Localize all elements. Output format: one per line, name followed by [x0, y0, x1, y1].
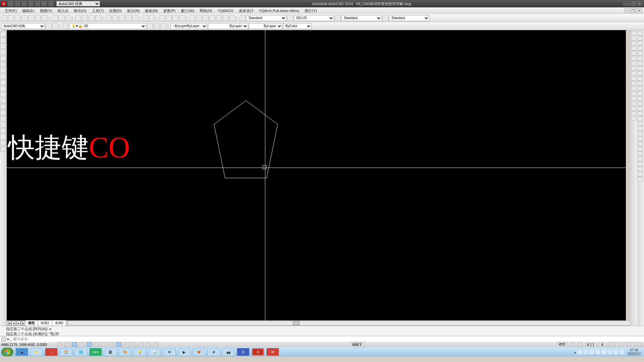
doc-restore-button[interactable]: ❐	[631, 8, 636, 13]
tray-ime-icon[interactable]	[613, 350, 618, 354]
ex-10-icon[interactable]	[638, 76, 643, 81]
mleader-style-icon[interactable]	[382, 15, 388, 21]
make-block-icon[interactable]	[0, 104, 6, 109]
task-app-8[interactable]: ⚙	[207, 348, 220, 356]
osnap-toggle[interactable]	[87, 342, 92, 347]
open-icon[interactable]	[8, 15, 14, 21]
addselected-icon[interactable]	[0, 146, 6, 152]
copy-obj-icon[interactable]	[631, 36, 636, 41]
tab-prev-button[interactable]: ◂	[11, 321, 16, 325]
task-netease[interactable]: ♪	[45, 348, 58, 356]
layer-state-icon[interactable]	[147, 23, 153, 29]
close-button[interactable]: ✕	[637, 1, 643, 6]
table-style-selector[interactable]: Standard	[341, 15, 382, 21]
ex-16-icon[interactable]	[638, 106, 643, 111]
vertical-scrollbar[interactable]	[626, 30, 631, 320]
dyn-toggle[interactable]	[116, 342, 121, 347]
menu-format[interactable]: 格式(O)	[71, 8, 89, 13]
task-app-9[interactable]: 📷	[222, 348, 235, 356]
folder-icon[interactable]	[52, 15, 58, 21]
tray-volume-icon[interactable]	[607, 350, 612, 354]
blend-icon[interactable]	[631, 111, 636, 116]
task-app-4[interactable]: 💡	[133, 348, 146, 356]
help-icon[interactable]	[229, 15, 235, 21]
ex-06-icon[interactable]	[638, 56, 643, 61]
lineweight-selector[interactable]: ByLayer	[249, 23, 282, 29]
tray-icon-3[interactable]	[589, 350, 594, 354]
task-app-1[interactable]: ☁	[15, 348, 28, 356]
ex-25-icon[interactable]	[638, 152, 643, 156]
plot-icon[interactable]	[75, 15, 81, 21]
start-button[interactable]	[1, 348, 13, 356]
hatch-icon[interactable]	[0, 116, 6, 121]
ex-22-icon[interactable]	[638, 136, 643, 141]
tab-layout1[interactable]: 布局1	[38, 320, 52, 326]
menu-view[interactable]: 视图(V)	[37, 8, 55, 13]
tab-layout2[interactable]: 布局2	[52, 320, 67, 326]
ex-02-icon[interactable]	[638, 36, 643, 41]
layer-selector[interactable]: 💡❄🔓▫ 00	[69, 23, 146, 29]
join-icon[interactable]	[631, 96, 636, 101]
snap-toggle[interactable]	[57, 342, 62, 347]
new-icon[interactable]	[1, 15, 7, 21]
qat-open-icon[interactable]	[15, 1, 20, 6]
ex-28-icon[interactable]	[638, 167, 643, 171]
polar-toggle[interactable]	[79, 342, 85, 347]
line-icon[interactable]	[0, 32, 6, 37]
tray-icon-1[interactable]	[577, 350, 582, 354]
ex-11-icon[interactable]	[638, 81, 643, 86]
zoom-rt-icon[interactable]	[166, 15, 172, 21]
doc-close-button[interactable]: ✕	[637, 8, 642, 13]
menu-modify[interactable]: 修改(M)	[142, 8, 161, 13]
command-line-icon[interactable]	[216, 15, 222, 21]
menu-yqarch[interactable]: YQARCH	[215, 9, 236, 13]
ex-13-icon[interactable]	[638, 91, 643, 96]
tab-model[interactable]: 模型	[25, 320, 38, 326]
fillet-icon[interactable]	[631, 106, 636, 111]
gradient-icon[interactable]	[0, 122, 6, 127]
tray-flag-icon[interactable]	[620, 350, 624, 354]
tab-first-button[interactable]: |◂	[7, 321, 11, 325]
task-firefox[interactable]: 🦊	[193, 348, 205, 356]
task-explorer[interactable]: 📁	[30, 348, 43, 356]
menu-help[interactable]: 帮助(H)	[197, 8, 215, 13]
ellipse-arc-icon[interactable]	[0, 92, 6, 97]
menu-dimension[interactable]: 标注(N)	[124, 8, 142, 13]
sheet-set-icon[interactable]	[196, 15, 202, 21]
command-prompt-icon[interactable]	[1, 337, 6, 342]
workspace-selector[interactable]: AutoCAD 经典	[56, 1, 100, 6]
print-icon[interactable]	[21, 15, 28, 21]
tab-last-button[interactable]: ▸|	[21, 321, 25, 325]
ex-17-icon[interactable]	[638, 111, 643, 116]
menu-file[interactable]: 文件(F)	[2, 8, 19, 13]
sheet-icon[interactable]	[95, 15, 101, 21]
cut-icon[interactable]	[105, 15, 111, 21]
ex-15-icon[interactable]	[638, 101, 643, 106]
extend-icon[interactable]	[631, 81, 636, 86]
tpy-toggle[interactable]	[131, 342, 136, 347]
point-icon[interactable]	[0, 110, 6, 115]
taskbar-clock[interactable]: 07:38 2023/1/7	[626, 348, 643, 356]
tray-network-icon[interactable]	[601, 350, 606, 354]
menu-parametric[interactable]: 参数(P)	[161, 8, 178, 13]
task-app-6[interactable]: ❄	[163, 348, 176, 356]
plot-style-selector[interactable]: ByColor	[283, 23, 312, 29]
anno-visibility-button[interactable]: A	[599, 343, 606, 347]
ex-19-icon[interactable]	[638, 121, 643, 126]
break-icon[interactable]	[631, 86, 636, 91]
task-calc[interactable]: 🧮	[60, 348, 72, 356]
circle-icon[interactable]	[0, 68, 6, 73]
menu-yida[interactable]: 易打(Y)	[302, 8, 320, 13]
dim-style-icon[interactable]	[287, 15, 293, 21]
ex-07-icon[interactable]	[638, 61, 643, 66]
isolate-icon[interactable]	[630, 342, 635, 347]
ws-settings-icon[interactable]	[46, 23, 52, 29]
stretch-icon[interactable]	[631, 71, 636, 76]
erase-icon[interactable]	[631, 31, 636, 36]
hardware-accel-icon[interactable]	[623, 342, 628, 347]
ex-29-icon[interactable]	[638, 172, 643, 176]
menu-insert[interactable]: 插入(I)	[55, 8, 71, 13]
text-style-selector[interactable]: Standard	[246, 15, 286, 21]
doc-minimize-button[interactable]: —	[625, 8, 630, 13]
polyline-icon[interactable]	[0, 44, 6, 49]
